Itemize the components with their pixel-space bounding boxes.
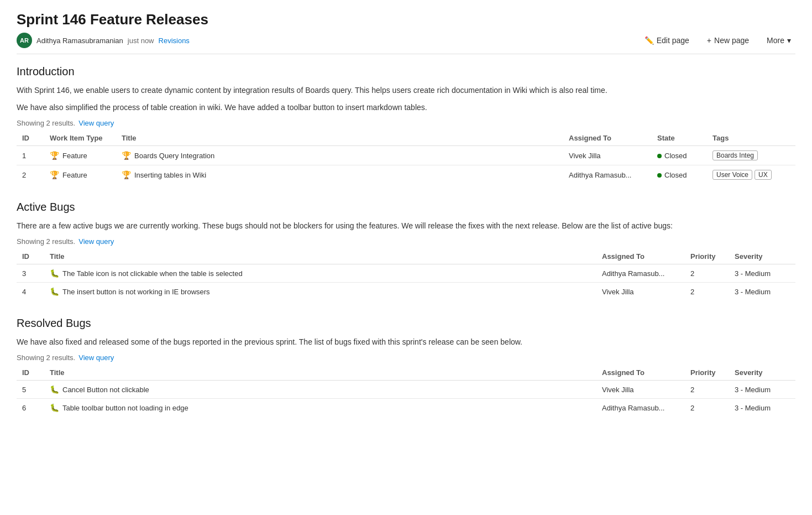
table-row: 2 🏆Feature 🏆Inserting tables in Wiki Adi… [17, 165, 795, 185]
tag-badge: Boards Integ [713, 150, 758, 160]
rb-col-priority: Priority [685, 365, 729, 381]
resolved-bugs-section: Resolved Bugs We have also fixed and rel… [17, 317, 795, 417]
cell-title: 🐛The Table icon is not clickable when th… [44, 264, 596, 283]
cell-severity: 3 - Medium [729, 381, 795, 399]
cell-id: 1 [17, 146, 44, 165]
intro-col-assigned: Assigned To [563, 131, 652, 146]
cell-state: Closed [652, 146, 707, 165]
introduction-para-1: With Sprint 146, we enable users to crea… [17, 85, 795, 96]
introduction-para-2: We have also simplified the process of t… [17, 102, 795, 113]
cell-assigned: Adithya Ramasub... [596, 399, 685, 417]
cell-severity: 3 - Medium [729, 264, 795, 283]
pencil-icon: ✏️ [645, 36, 654, 45]
rb-col-assigned: Assigned To [596, 365, 685, 381]
cell-id: 4 [17, 283, 44, 301]
rb-col-id: ID [17, 365, 44, 381]
introduction-section: Introduction With Sprint 146, we enable … [17, 65, 795, 184]
intro-view-query-link[interactable]: View query [78, 119, 114, 127]
table-row: 5 🐛Cancel Button not clickable Vivek Jil… [17, 381, 795, 399]
bug-icon: 🐛 [50, 385, 59, 394]
edit-page-label: Edit page [657, 36, 689, 45]
new-page-label: New page [714, 36, 749, 45]
more-button[interactable]: More ▾ [762, 34, 795, 47]
cell-tags: User VoiceUX [707, 165, 795, 185]
resolved-bugs-query-info: Showing 2 results. View query [17, 353, 795, 362]
table-row: 6 🐛Table toolbar button not loading in e… [17, 399, 795, 417]
meta-right: ✏️ Edit page + New page More ▾ [640, 34, 795, 47]
active-bugs-description: There are a few active bugs we are curre… [17, 220, 795, 232]
cell-assigned: Adithya Ramasub... [596, 264, 685, 283]
avatar: AR [17, 33, 32, 48]
bug-icon: 🐛 [50, 287, 59, 296]
cell-title: 🐛The insert button is not working in IE … [44, 283, 596, 301]
resolved-bugs-table-header: ID Title Assigned To Priority Severity [17, 365, 795, 381]
resolved-bugs-title: Resolved Bugs [17, 317, 795, 330]
cell-priority: 2 [685, 283, 729, 301]
meta-bar: AR Adithya Ramasubramanian just now Revi… [17, 33, 795, 54]
author-name: Adithya Ramasubramanian [36, 37, 123, 45]
tag-badge: UX [755, 170, 772, 180]
cell-type: 🏆Feature [44, 165, 116, 185]
intro-table-header: ID Work Item Type Title Assigned To Stat… [17, 131, 795, 146]
cell-priority: 2 [685, 399, 729, 417]
ab-col-assigned: Assigned To [596, 249, 685, 264]
active-bugs-table: ID Title Assigned To Priority Severity 3… [17, 249, 795, 300]
cell-title: 🏆Boards Query Integration [116, 146, 563, 165]
table-row: 4 🐛The insert button is not working in I… [17, 283, 795, 301]
ab-col-id: ID [17, 249, 44, 264]
cell-assigned: Adithya Ramasub... [563, 165, 652, 185]
timestamp: just now [128, 37, 154, 45]
ab-col-priority: Priority [685, 249, 729, 264]
bug-icon: 🐛 [50, 403, 59, 412]
active-bugs-table-header: ID Title Assigned To Priority Severity [17, 249, 795, 264]
revisions-link[interactable]: Revisions [159, 37, 190, 45]
rb-col-severity: Severity [729, 365, 795, 381]
introduction-table: ID Work Item Type Title Assigned To Stat… [17, 131, 795, 184]
resolved-bugs-view-query-link[interactable]: View query [78, 353, 114, 362]
cell-assigned: Vivek Jilla [596, 381, 685, 399]
state-dot [657, 154, 662, 158]
active-bugs-view-query-link[interactable]: View query [78, 237, 114, 246]
cell-assigned: Vivek Jilla [563, 146, 652, 165]
cell-type: 🏆Feature [44, 146, 116, 165]
table-row: 1 🏆Feature 🏆Boards Query Integration Viv… [17, 146, 795, 165]
active-bugs-title: Active Bugs [17, 201, 795, 214]
resolved-bugs-description: We have also fixed and released some of … [17, 336, 795, 348]
cell-title: 🐛Table toolbar button not loading in edg… [44, 399, 596, 417]
plus-icon: + [707, 36, 711, 45]
state-dot [657, 173, 662, 178]
intro-query-info: Showing 2 results. View query [17, 119, 795, 127]
cell-state: Closed [652, 165, 707, 185]
bug-icon: 🐛 [50, 269, 59, 278]
page-title: Sprint 146 Feature Releases [17, 11, 795, 28]
intro-col-id: ID [17, 131, 44, 146]
chevron-down-icon: ▾ [787, 36, 791, 45]
rb-col-title: Title [44, 365, 596, 381]
table-row: 3 🐛The Table icon is not clickable when … [17, 264, 795, 283]
cell-severity: 3 - Medium [729, 283, 795, 301]
cell-severity: 3 - Medium [729, 399, 795, 417]
cell-tags: Boards Integ [707, 146, 795, 165]
cell-title: 🐛Cancel Button not clickable [44, 381, 596, 399]
cell-assigned: Vivek Jilla [596, 283, 685, 301]
edit-page-button[interactable]: ✏️ Edit page [640, 34, 694, 47]
active-bugs-showing-results: Showing 2 results. [17, 237, 75, 246]
more-label: More [767, 36, 784, 45]
intro-col-tags: Tags [707, 131, 795, 146]
intro-col-title: Title [116, 131, 563, 146]
intro-col-type: Work Item Type [44, 131, 116, 146]
active-bugs-section: Active Bugs There are a few active bugs … [17, 201, 795, 300]
resolved-bugs-table: ID Title Assigned To Priority Severity 5… [17, 365, 795, 417]
cell-id: 5 [17, 381, 44, 399]
new-page-button[interactable]: + New page [703, 34, 753, 47]
feature-icon: 🏆 [122, 151, 131, 160]
resolved-bugs-showing-results: Showing 2 results. [17, 353, 75, 362]
meta-left: AR Adithya Ramasubramanian just now Revi… [17, 33, 190, 48]
feature-icon: 🏆 [50, 151, 59, 160]
feature-icon: 🏆 [122, 170, 131, 179]
cell-priority: 2 [685, 264, 729, 283]
ab-col-title: Title [44, 249, 596, 264]
ab-col-severity: Severity [729, 249, 795, 264]
intro-showing-results: Showing 2 results. [17, 119, 75, 127]
tag-badge: User Voice [713, 170, 752, 180]
